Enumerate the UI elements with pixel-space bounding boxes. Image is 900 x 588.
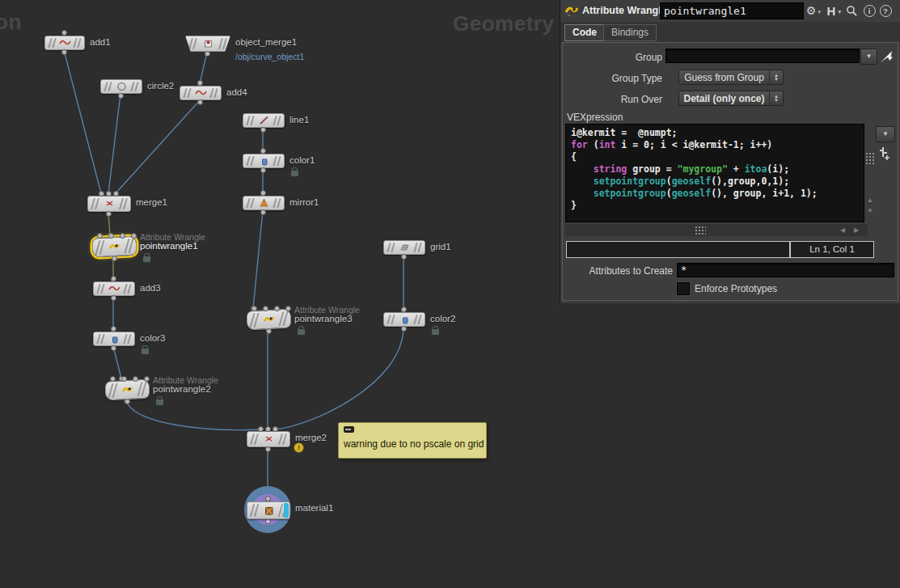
node-pointwrangle2[interactable] xyxy=(105,379,150,401)
parameter-pane-titlebar: Attribute Wrangle ⚙▾ H▾ i ? xyxy=(560,0,900,23)
input-dot xyxy=(121,376,127,382)
output-dot xyxy=(61,49,67,55)
input-dot xyxy=(197,80,203,86)
input-dot xyxy=(99,191,104,197)
vex-presets-button[interactable]: ▼ xyxy=(876,126,895,142)
input-dot xyxy=(273,426,278,432)
lock-icon xyxy=(432,329,439,335)
input-dot xyxy=(133,376,138,382)
input-dot xyxy=(131,233,137,239)
editor-bottom-strip: ◀ ▶ xyxy=(565,224,868,236)
node-color3[interactable] xyxy=(93,332,135,346)
output-dot xyxy=(260,127,266,133)
node-circle2[interactable] xyxy=(100,79,142,94)
node-material1[interactable] xyxy=(247,501,290,519)
wire[interactable] xyxy=(253,210,263,308)
tab-bindings[interactable]: Bindings xyxy=(603,24,657,41)
info-icon[interactable]: i xyxy=(861,3,877,19)
wire[interactable] xyxy=(108,94,120,193)
output-dot xyxy=(111,295,116,301)
node-merge1[interactable] xyxy=(87,196,131,212)
node-object_merge1[interactable] xyxy=(185,36,230,52)
node-color1[interactable] xyxy=(243,154,285,168)
input-dot xyxy=(144,376,150,382)
editor-splitter-grip[interactable] xyxy=(865,152,876,166)
houdini-engine-icon[interactable]: H▾ xyxy=(823,3,839,19)
run-over-value: Detail (only once) xyxy=(679,93,769,104)
node-color2[interactable] xyxy=(383,312,425,327)
tab-code[interactable]: Code xyxy=(564,24,605,41)
input-dot xyxy=(120,233,125,239)
lock-icon xyxy=(142,349,149,354)
lock-icon xyxy=(143,256,150,262)
node-merge2[interactable] xyxy=(247,431,290,447)
cursor-position-status: Ln 1, Col 1 xyxy=(790,241,874,258)
node-name-label: color3 xyxy=(140,333,165,343)
hsplitter-grip[interactable] xyxy=(695,226,706,235)
enforce-prototypes-checkbox[interactable] xyxy=(677,282,690,295)
vex-spare-params-icon[interactable] xyxy=(877,146,893,162)
attributes-to-create-input[interactable] xyxy=(677,263,894,277)
node-name-label: object_merge1 xyxy=(235,37,297,47)
group-input[interactable] xyxy=(665,49,860,63)
vexpression-editor[interactable]: i@kermit = @numpt;for (int i = 0; i < i@… xyxy=(565,124,864,222)
run-over-menu[interactable]: Detail (only once) ▲▼ xyxy=(678,91,784,106)
wire[interactable] xyxy=(275,327,404,429)
node-add4[interactable] xyxy=(180,86,222,100)
sticky-collapse-button[interactable] xyxy=(344,426,354,433)
editor-scroll-right[interactable]: ▶ xyxy=(851,226,861,234)
group-dropdown-button[interactable]: ▼ xyxy=(860,49,877,65)
group-type-menu[interactable]: Guess from Group ▲▼ xyxy=(678,70,784,85)
output-dot xyxy=(205,51,210,57)
node-type-title: Attribute Wrangle xyxy=(582,5,667,16)
node-line1[interactable] xyxy=(243,113,285,128)
group-type-label: Group Type xyxy=(560,73,662,84)
wire[interactable] xyxy=(200,52,207,84)
input-dot xyxy=(265,496,271,501)
gear-menu-icon[interactable]: ⚙▾ xyxy=(803,3,819,19)
node-grid1[interactable] xyxy=(383,240,425,255)
group-select-arrow-icon[interactable] xyxy=(879,47,894,63)
input-dot xyxy=(110,376,116,382)
node-name-input[interactable] xyxy=(660,2,804,19)
output-dot xyxy=(401,254,407,260)
node-path-sublabel: /obj/curve_object1 xyxy=(235,52,304,61)
attribute-wrangle-icon xyxy=(564,4,579,17)
group-type-spinner[interactable]: ▲▼ xyxy=(769,70,783,84)
node-add3[interactable] xyxy=(93,281,135,296)
editor-scroll-up[interactable]: ▲ xyxy=(865,197,875,204)
wire[interactable] xyxy=(113,346,121,379)
wire[interactable] xyxy=(126,401,260,430)
node-name-label: merge2 xyxy=(295,433,327,442)
search-icon[interactable] xyxy=(843,3,860,19)
node-mirror1[interactable] xyxy=(243,196,285,210)
output-dot xyxy=(106,211,112,217)
editor-scroll-down[interactable]: ▼ xyxy=(865,207,875,214)
input-dot xyxy=(285,306,291,311)
run-over-spinner[interactable]: ▲▼ xyxy=(769,91,783,105)
output-dot xyxy=(265,446,271,452)
input-dot xyxy=(61,30,67,36)
node-pointwrangle1[interactable] xyxy=(92,236,137,258)
node-name-label: pointwrangle2 xyxy=(153,384,211,394)
input-dot xyxy=(258,426,264,432)
help-icon[interactable]: ? xyxy=(877,3,894,19)
node-name-label: add1 xyxy=(90,37,111,47)
houdini-window: on Geometry add1object_merge1/obj/curve_… xyxy=(0,0,900,588)
wire[interactable] xyxy=(64,50,101,193)
sticky-note[interactable]: warning due to no pscale on grid xyxy=(338,422,487,459)
node-pointwrangle3[interactable] xyxy=(247,309,291,331)
sticky-note-text: warning due to no pscale on grid xyxy=(344,438,484,450)
output-dot xyxy=(401,326,407,332)
warning-badge[interactable]: ! xyxy=(294,442,304,453)
input-dot xyxy=(108,233,114,239)
parameter-pane: Attribute Wrangle ⚙▾ H▾ i ? Code Binding… xyxy=(560,0,900,303)
wire[interactable] xyxy=(116,100,200,193)
node-name-label: pointwrangle3 xyxy=(294,314,353,324)
node-add1[interactable] xyxy=(44,36,85,50)
input-dot xyxy=(265,426,271,432)
node-name-label: grid1 xyxy=(430,242,451,252)
editor-scroll-left[interactable]: ◀ xyxy=(838,226,847,234)
node-name-label: line1 xyxy=(289,115,309,125)
input-dot xyxy=(111,326,116,332)
